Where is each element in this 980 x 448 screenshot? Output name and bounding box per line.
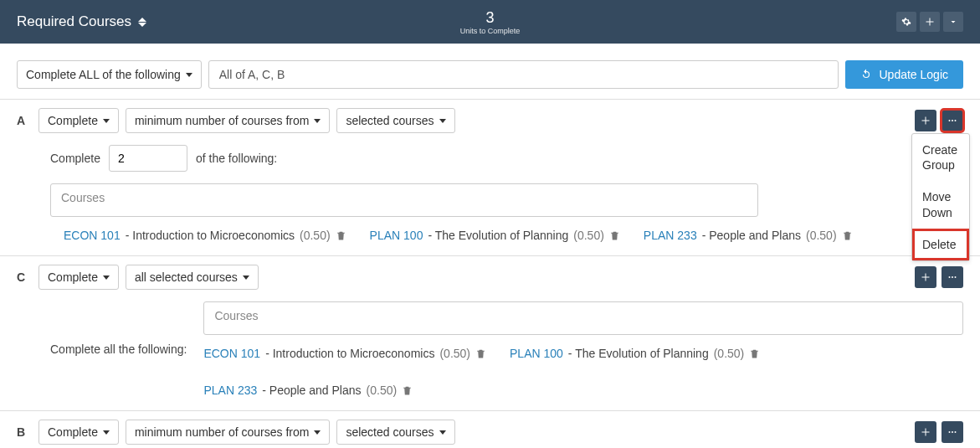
group-add-button[interactable]: [915, 266, 936, 288]
settings-button[interactable]: [896, 12, 916, 32]
quantity-type-select[interactable]: minimum number of courses from: [126, 420, 331, 445]
logic-summary-input[interactable]: [208, 60, 839, 89]
group-header: ACompleteminimum number of courses froms…: [17, 108, 963, 133]
course-item: ECON 101 - Introduction to Microeconomic…: [64, 229, 346, 242]
group-more-button[interactable]: [942, 266, 963, 288]
course-code[interactable]: ECON 101: [203, 347, 260, 360]
header-actions: [896, 12, 963, 32]
course-name: - People and Plans: [262, 384, 361, 397]
group-label: A: [17, 114, 32, 127]
group-label: C: [17, 270, 32, 284]
course-item: ECON 101 - Introduction to Microeconomic…: [203, 347, 486, 360]
group-label: B: [17, 425, 32, 439]
quantity-type-select-label: minimum number of courses from: [135, 114, 310, 127]
group-menu: Create GroupMove DownDelete: [911, 133, 970, 261]
logic-row: Complete ALL of the following Update Log…: [0, 44, 980, 99]
add-button[interactable]: [920, 12, 940, 32]
units-counter: 3 Units to Complete: [460, 9, 521, 35]
courses-input[interactable]: Courses: [203, 301, 963, 335]
course-name: - The Evolution of Planning: [568, 347, 709, 360]
delete-course-button[interactable]: [402, 385, 413, 396]
chevron-down-icon: [314, 119, 321, 123]
page-title: Required Courses: [17, 13, 146, 30]
units-number: 3: [460, 9, 521, 27]
quantity-type-select[interactable]: minimum number of courses from: [126, 108, 331, 133]
course-name: - Introduction to Microeconomics: [126, 229, 295, 242]
chevron-down-icon: [314, 430, 321, 435]
sort-icon[interactable]: [138, 18, 146, 27]
units-label: Units to Complete: [460, 27, 521, 35]
course-units: (0.50): [439, 347, 470, 360]
course-name: - Introduction to Microeconomics: [265, 347, 434, 360]
update-logic-button[interactable]: Update Logic: [845, 60, 963, 89]
refresh-icon: [860, 69, 872, 80]
group-add-button[interactable]: [915, 110, 936, 131]
delete-course-button[interactable]: [475, 348, 486, 359]
course-code[interactable]: PLAN 233: [203, 384, 257, 397]
course-units: (0.50): [300, 229, 331, 242]
course-item: PLAN 233 - People and Plans (0.50): [644, 229, 853, 242]
rule-group: CCompleteall selected coursesComplete al…: [0, 255, 980, 410]
course-code[interactable]: PLAN 100: [370, 229, 423, 242]
group-header: CCompleteall selected courses: [17, 265, 963, 290]
complete-select[interactable]: Complete: [38, 265, 119, 290]
complete-select[interactable]: Complete: [38, 108, 119, 133]
scope-select-label: selected courses: [346, 114, 434, 127]
course-code[interactable]: ECON 101: [64, 229, 121, 242]
group-more-button[interactable]: [942, 110, 963, 131]
course-list: ECON 101 - Introduction to Microeconomic…: [17, 217, 963, 242]
course-item: PLAN 100 - The Evolution of Planning (0.…: [510, 347, 760, 360]
complete-select-label: Complete: [48, 425, 98, 439]
chevron-down-icon: [103, 430, 110, 435]
menu-delete[interactable]: Delete: [912, 229, 969, 260]
scope-select[interactable]: selected courses: [336, 108, 454, 133]
course-item: PLAN 100 - The Evolution of Planning (0.…: [370, 229, 620, 242]
chevron-down-icon: [103, 119, 110, 123]
page-header: Required Courses 3 Units to Complete: [0, 0, 980, 44]
group-more-button[interactable]: [942, 421, 963, 443]
course-code[interactable]: PLAN 233: [644, 229, 697, 242]
chevron-down-icon: [243, 275, 249, 280]
group-complete-row: Completeof the following:: [17, 133, 963, 172]
logic-rule-select[interactable]: Complete ALL of the following: [17, 60, 202, 89]
course-name: - The Evolution of Planning: [428, 229, 568, 242]
group-add-button[interactable]: [915, 421, 936, 443]
group-actions: [915, 266, 963, 288]
course-units: (0.50): [573, 229, 604, 242]
course-item: PLAN 233 - People and Plans (0.50): [203, 384, 413, 397]
course-units: (0.50): [714, 347, 745, 360]
quantity-type-select-label: all selected courses: [135, 270, 238, 284]
menu-create-group[interactable]: Create Group: [912, 134, 969, 181]
logic-rule-label: Complete ALL of the following: [26, 68, 181, 81]
chevron-down-icon: [948, 17, 958, 27]
scope-select-label: selected courses: [346, 425, 434, 439]
complete-prefix: Complete: [50, 152, 100, 165]
complete-select-label: Complete: [48, 114, 98, 127]
expand-button[interactable]: [943, 12, 963, 32]
menu-move-down[interactable]: Move Down: [912, 181, 969, 228]
quantity-input[interactable]: [109, 145, 187, 172]
plus-icon: [925, 17, 935, 27]
course-list: ECON 101 - Introduction to Microeconomic…: [203, 335, 963, 397]
group-complete-row: Complete all the following:CoursesECON 1…: [50, 301, 963, 397]
rule-group: BCompleteminimum number of courses froms…: [0, 410, 980, 448]
group-header: BCompleteminimum number of courses froms…: [17, 420, 963, 445]
delete-course-button[interactable]: [336, 230, 346, 241]
delete-course-button[interactable]: [609, 230, 620, 241]
group-actions: [915, 421, 963, 443]
complete-suffix: of the following:: [196, 152, 277, 165]
courses-input[interactable]: Courses: [50, 183, 758, 217]
group-actions: [915, 110, 963, 131]
course-name: - People and Plans: [702, 229, 801, 242]
complete-prefix: Complete all the following:: [50, 342, 187, 356]
rule-group: ACompleteminimum number of courses froms…: [0, 99, 980, 255]
complete-select[interactable]: Complete: [38, 420, 119, 445]
gear-icon: [901, 17, 911, 27]
title-text: Required Courses: [17, 13, 131, 30]
course-units: (0.50): [806, 229, 837, 242]
delete-course-button[interactable]: [749, 348, 760, 359]
delete-course-button[interactable]: [842, 230, 853, 241]
quantity-type-select[interactable]: all selected courses: [126, 265, 259, 290]
scope-select[interactable]: selected courses: [336, 420, 454, 445]
course-code[interactable]: PLAN 100: [510, 347, 563, 360]
